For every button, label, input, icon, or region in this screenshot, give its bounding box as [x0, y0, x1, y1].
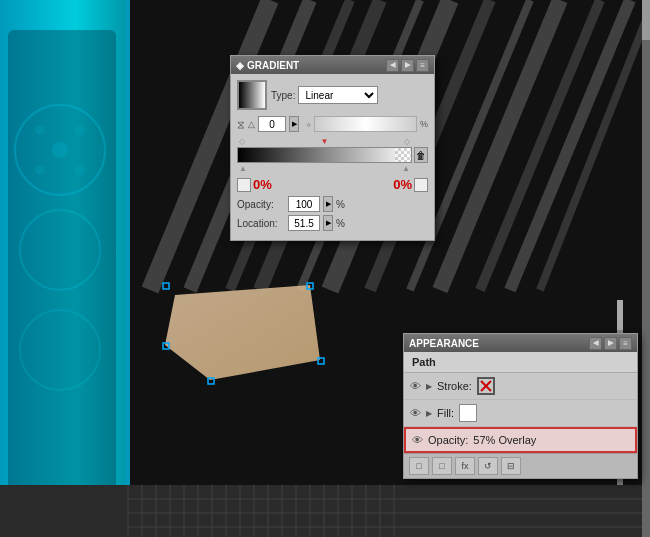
opacity-label: Opacity:: [237, 199, 285, 210]
opacity-row-value: 57% Overlay: [473, 434, 536, 446]
left-stop-group: 0%: [237, 177, 272, 192]
location-stepper[interactable]: ▶: [323, 215, 333, 231]
gradient-bar-row: ◇ ▼ ◇ ▲ ▲ 🗑: [237, 137, 428, 173]
appearance-fx-button[interactable]: fx: [455, 457, 475, 475]
gradient-expand-button[interactable]: ▶: [401, 59, 414, 72]
gradient-stops-pct-row: 0% 0%: [237, 177, 428, 192]
opacity-input[interactable]: [288, 196, 320, 212]
opacity-row-label: Opacity:: [428, 434, 468, 446]
appearance-panel-titlebar: APPEARANCE ◀ ▶ ≡: [404, 334, 637, 352]
appearance-title-text: APPEARANCE: [409, 338, 479, 349]
opacity-unit: %: [336, 199, 345, 210]
gradient-titlebar-controls: ◀ ▶ ≡: [386, 59, 429, 72]
fill-visibility-eye[interactable]: 👁: [410, 407, 421, 419]
right-stop-group: 0%: [393, 177, 428, 192]
svg-rect-30: [0, 485, 650, 537]
gradient-delete-button[interactable]: 🗑: [414, 147, 428, 163]
location-unit: %: [336, 218, 345, 229]
appearance-fill-row: 👁 ▶ Fill:: [404, 400, 637, 427]
fill-row-label: Fill:: [437, 407, 454, 419]
stop-markers-bottom: ▲ ▲: [237, 164, 412, 173]
gradient-collapse-button[interactable]: ◀: [386, 59, 399, 72]
appearance-panel: APPEARANCE ◀ ▶ ≡ Path 👁 ▶ Stroke: 👁 ▶ Fi…: [403, 333, 638, 479]
gradient-type-row: Type: Linear: [237, 80, 428, 110]
svg-point-11: [35, 165, 45, 175]
svg-point-10: [75, 125, 85, 135]
appearance-stroke-row: 👁 ▶ Stroke:: [404, 373, 637, 400]
gradient-title-left: ◈ GRADIENT: [236, 60, 299, 71]
location-label: Location:: [237, 218, 285, 229]
gradient-preview[interactable]: [237, 80, 267, 110]
left-stop-marker[interactable]: ▲: [239, 164, 247, 173]
svg-point-8: [52, 142, 68, 158]
left-stop-percent: 0%: [253, 177, 272, 192]
gradient-angle-row: ⧖ △ ▶ ⬦ %: [237, 116, 428, 132]
opacity-row: Opacity: ▶ %: [237, 196, 428, 212]
gradient-swatch-icon: ⧖: [237, 118, 245, 131]
appearance-opacity-row[interactable]: 👁 Opacity: 57% Overlay: [404, 427, 637, 453]
appearance-duplicate-button[interactable]: □: [432, 457, 452, 475]
gradient-color-bar[interactable]: [237, 147, 412, 163]
stroke-row-label: Stroke:: [437, 380, 472, 392]
percent-symbol: %: [420, 119, 428, 129]
location-input[interactable]: [288, 215, 320, 231]
stroke-expand-arrow[interactable]: ▶: [426, 382, 432, 391]
svg-rect-57: [617, 300, 623, 330]
svg-point-9: [35, 125, 45, 135]
right-stop-box: [414, 178, 428, 192]
fill-swatch[interactable]: [459, 404, 477, 422]
location-row: Location: ▶ %: [237, 215, 428, 231]
opacity-stepper[interactable]: ▶: [323, 196, 333, 212]
gradient-panel-content: Type: Linear ⧖ △ ▶ ⬦ % ◇ ▼: [231, 74, 434, 240]
right-stop-diamond[interactable]: ◇: [404, 137, 410, 146]
gradient-menu-button[interactable]: ≡: [416, 59, 429, 72]
left-stop-box: [237, 178, 251, 192]
path-label: Path: [412, 356, 436, 368]
gradient-title-text: GRADIENT: [247, 60, 299, 71]
checkered-end: [395, 148, 411, 162]
appearance-path-header: Path: [404, 352, 637, 373]
stop-diamonds-top: ◇ ▼ ◇: [237, 137, 412, 146]
gradient-bar-container: ◇ ▼ ◇ ▲ ▲: [237, 137, 412, 173]
appearance-add-new-button[interactable]: □: [409, 457, 429, 475]
center-stop-diamond[interactable]: ▼: [321, 137, 329, 146]
appearance-titlebar-controls: ◀ ▶ ≡: [589, 337, 632, 350]
appearance-collapse-button[interactable]: ◀: [589, 337, 602, 350]
angle-separator-icon: ⬦: [306, 119, 311, 129]
appearance-expand-button[interactable]: ▶: [604, 337, 617, 350]
stroke-swatch[interactable]: [477, 377, 495, 395]
appearance-delete-button[interactable]: ⊟: [501, 457, 521, 475]
stroke-visibility-eye[interactable]: 👁: [410, 380, 421, 392]
gradient-angle-input[interactable]: [258, 116, 286, 132]
fill-expand-arrow[interactable]: ▶: [426, 409, 432, 418]
type-selector-group: Type: Linear: [271, 86, 378, 104]
left-stop-diamond[interactable]: ◇: [239, 137, 245, 146]
gradient-panel-titlebar: ◈ GRADIENT ◀ ▶ ≡: [231, 56, 434, 74]
gradient-spectrum: [314, 116, 417, 132]
right-stop-marker[interactable]: ▲: [402, 164, 410, 173]
type-label: Type:: [271, 90, 295, 101]
gradient-triangle-icon: △: [248, 119, 255, 129]
opacity-visibility-eye[interactable]: 👁: [412, 434, 423, 446]
gradient-panel: ◈ GRADIENT ◀ ▶ ≡ Type: Linear ⧖ △: [230, 55, 435, 241]
svg-rect-54: [642, 0, 650, 537]
appearance-toolbar: □ □ fx ↺ ⊟: [404, 453, 637, 478]
angle-stepper[interactable]: ▶: [289, 116, 299, 132]
svg-rect-4: [8, 30, 116, 500]
stroke-none-indicator: [479, 379, 493, 393]
appearance-reset-button[interactable]: ↺: [478, 457, 498, 475]
right-stop-percent: 0%: [393, 177, 412, 192]
gradient-type-select[interactable]: Linear: [298, 86, 378, 104]
gradient-icon: ◈: [236, 60, 244, 71]
svg-rect-55: [642, 0, 650, 40]
svg-point-12: [75, 165, 85, 175]
appearance-menu-button[interactable]: ≡: [619, 337, 632, 350]
